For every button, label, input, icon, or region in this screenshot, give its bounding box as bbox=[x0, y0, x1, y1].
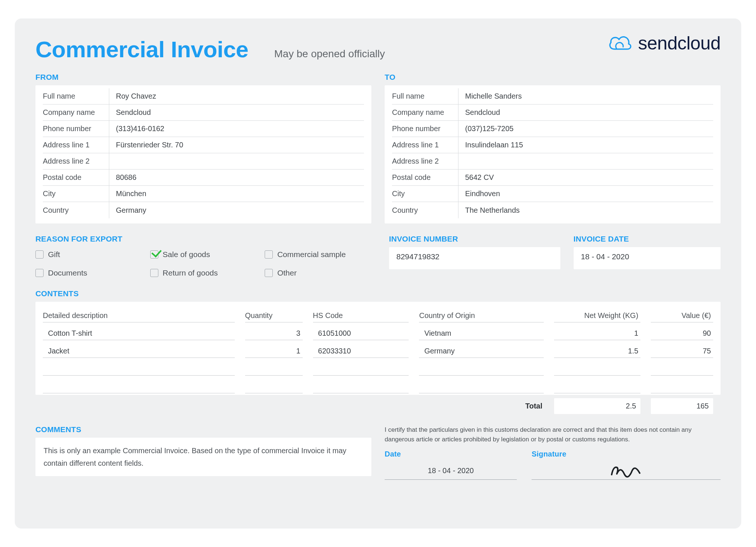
cell-origin: Germany bbox=[419, 347, 544, 358]
total-value: 165 bbox=[651, 398, 713, 414]
date-heading: Date bbox=[385, 450, 517, 458]
contents-row: Jacket 1 62033310 Germany 1.5 75 bbox=[43, 340, 713, 358]
contents-row-empty bbox=[43, 358, 713, 376]
cell-hs: 62033310 bbox=[313, 347, 409, 358]
invoice-number-section: INVOICE NUMBER 8294719832 bbox=[389, 235, 560, 280]
checkbox-icon bbox=[35, 269, 44, 277]
invoice-date-heading: INVOICE DATE bbox=[574, 235, 721, 243]
signature-heading: Signature bbox=[532, 450, 721, 458]
checkbox-documents[interactable]: Documents bbox=[35, 266, 147, 280]
cell-netw: 1 bbox=[554, 329, 640, 340]
from-company-label: Company name bbox=[43, 105, 109, 120]
cell-origin: Vietnam bbox=[419, 329, 544, 340]
header: Commercial Invoice May be opened officia… bbox=[35, 36, 721, 62]
from-panel: Full nameRoy Chavez Company nameSendclou… bbox=[35, 85, 371, 223]
to-company-value: Sendcloud bbox=[458, 108, 713, 117]
sign-date-value: 18 - 04 - 2020 bbox=[385, 462, 517, 480]
from-city-value: München bbox=[109, 189, 364, 198]
col-origin: Country of Origin bbox=[419, 311, 544, 322]
to-addr1-label: Address line 1 bbox=[392, 137, 458, 153]
brand-logo: sendcloud bbox=[607, 33, 721, 54]
from-fullname-label: Full name bbox=[43, 88, 109, 104]
contents-section: CONTENTS Detailed description Quantity H… bbox=[35, 289, 721, 416]
to-heading: TO bbox=[385, 73, 721, 82]
to-fullname-value: Michelle Sanders bbox=[458, 92, 713, 100]
checkbox-commercial-sample[interactable]: Commercial sample bbox=[265, 247, 376, 262]
to-postal-value: 5642 CV bbox=[458, 173, 713, 182]
comments-text: This is only an example Commercial Invoi… bbox=[35, 438, 371, 476]
col-qty: Quantity bbox=[245, 311, 303, 322]
from-column: FROM Full nameRoy Chavez Company nameSen… bbox=[35, 73, 371, 223]
page-title: Commercial Invoice bbox=[35, 36, 248, 62]
to-phone-label: Phone number bbox=[392, 121, 458, 137]
checkbox-label: Documents bbox=[48, 269, 87, 277]
cell-netw: 1.5 bbox=[554, 347, 640, 358]
reason-export-section: REASON FOR EXPORT Gift Sale of goods Com… bbox=[35, 235, 376, 280]
checkbox-label: Sale of goods bbox=[163, 250, 210, 259]
reason-export-heading: REASON FOR EXPORT bbox=[35, 235, 376, 243]
from-country-value: Germany bbox=[109, 206, 364, 215]
col-desc: Detailed description bbox=[43, 311, 235, 322]
invoice-date-section: INVOICE DATE 18 - 04 - 2020 bbox=[574, 235, 721, 280]
to-city-value: Eindhoven bbox=[458, 189, 713, 198]
cloud-icon bbox=[607, 34, 632, 53]
from-postal-value: 80686 bbox=[109, 173, 364, 182]
checkbox-icon bbox=[265, 269, 273, 277]
checkbox-icon bbox=[265, 250, 273, 259]
signature-line bbox=[532, 462, 721, 480]
to-phone-value: (037)125-7205 bbox=[458, 124, 713, 133]
to-city-label: City bbox=[392, 186, 458, 202]
comments-section: COMMENTS This is only an example Commerc… bbox=[35, 425, 371, 480]
from-addr1-value: Fürstenrieder Str. 70 bbox=[109, 141, 364, 149]
to-addr2-label: Address line 2 bbox=[392, 153, 458, 169]
to-company-label: Company name bbox=[392, 105, 458, 120]
cell-qty: 1 bbox=[245, 347, 303, 358]
to-country-value: The Netherlands bbox=[458, 206, 713, 215]
col-netw: Net Weight (KG) bbox=[554, 311, 640, 322]
to-panel: Full nameMichelle Sanders Company nameSe… bbox=[385, 85, 721, 223]
from-phone-value: (313)416-0162 bbox=[109, 124, 364, 133]
checkbox-return-of-goods[interactable]: Return of goods bbox=[150, 266, 261, 280]
invoice-number-value: 8294719832 bbox=[389, 247, 560, 269]
checkbox-icon bbox=[35, 250, 44, 259]
checkbox-label: Commercial sample bbox=[277, 250, 346, 259]
page-subtitle: May be opened officially bbox=[274, 48, 385, 60]
checkbox-other[interactable]: Other bbox=[265, 266, 376, 280]
cell-desc: Jacket bbox=[43, 347, 235, 358]
contents-total-row: Total 2.5 165 bbox=[35, 396, 721, 416]
to-addr1-value: Insulindelaan 115 bbox=[458, 141, 713, 149]
cell-value: 75 bbox=[651, 347, 713, 358]
comments-heading: COMMENTS bbox=[35, 425, 371, 434]
checkbox-label: Return of goods bbox=[163, 269, 218, 277]
certification-text: I certify that the particulars given in … bbox=[385, 425, 721, 445]
certification-section: I certify that the particulars given in … bbox=[385, 425, 721, 480]
total-netw: 2.5 bbox=[554, 398, 640, 414]
contents-heading: CONTENTS bbox=[35, 289, 721, 298]
from-postal-label: Postal code bbox=[43, 170, 109, 185]
cell-qty: 3 bbox=[245, 329, 303, 340]
checkbox-checked-icon bbox=[150, 250, 158, 259]
from-fullname-value: Roy Chavez bbox=[109, 92, 364, 100]
from-city-label: City bbox=[43, 186, 109, 202]
to-column: TO Full nameMichelle Sanders Company nam… bbox=[385, 73, 721, 223]
total-label: Total bbox=[419, 402, 544, 410]
from-addr1-label: Address line 1 bbox=[43, 137, 109, 153]
signature-icon bbox=[609, 463, 643, 478]
to-postal-label: Postal code bbox=[392, 170, 458, 185]
invoice-page: Commercial Invoice May be opened officia… bbox=[15, 18, 741, 529]
from-country-label: Country bbox=[43, 202, 109, 218]
cell-hs: 61051000 bbox=[313, 329, 409, 340]
from-phone-label: Phone number bbox=[43, 121, 109, 137]
checkbox-gift[interactable]: Gift bbox=[35, 247, 147, 262]
from-heading: FROM bbox=[35, 73, 371, 82]
brand-name: sendcloud bbox=[638, 33, 721, 54]
invoice-date-value: 18 - 04 - 2020 bbox=[574, 247, 721, 269]
to-fullname-label: Full name bbox=[392, 88, 458, 104]
checkbox-label: Other bbox=[277, 269, 297, 277]
from-addr2-label: Address line 2 bbox=[43, 153, 109, 169]
contents-header-row: Detailed description Quantity HS Code Co… bbox=[43, 305, 713, 322]
cell-desc: Cotton T-shirt bbox=[43, 329, 235, 340]
to-country-label: Country bbox=[392, 202, 458, 218]
contents-table: Detailed description Quantity HS Code Co… bbox=[35, 302, 721, 395]
checkbox-sale-of-goods[interactable]: Sale of goods bbox=[150, 247, 261, 262]
